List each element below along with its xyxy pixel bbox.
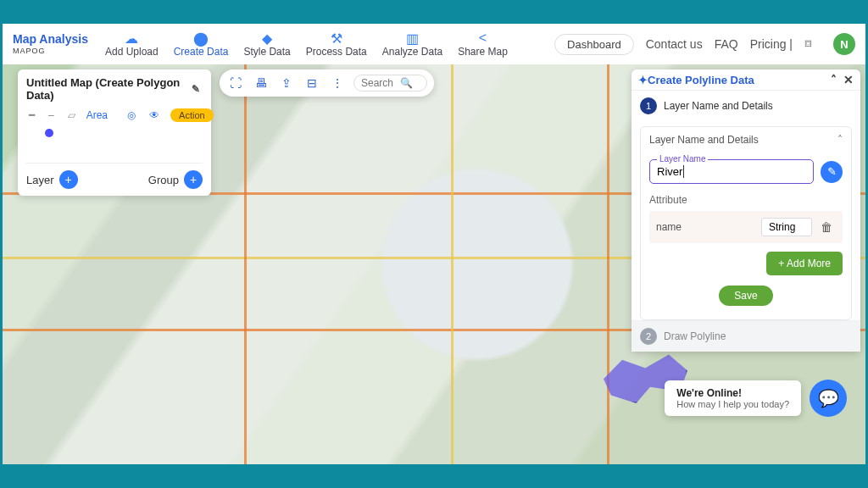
chat-popup[interactable]: We're Online! How may I help you today? (665, 380, 801, 416)
map-title-row: Untitled Map (Create Polygon Data) ✎ (26, 76, 203, 102)
attr-type-select[interactable]: String (761, 218, 812, 236)
user-avatar[interactable]: N (833, 33, 855, 55)
share-icon-tb[interactable]: ⇪ (277, 74, 296, 92)
layer-footer: Layer+ Group+ (26, 163, 203, 189)
layer-row: ━ – ▱ Area ◎ 👁 Action (26, 108, 203, 122)
chart-icon: ▥ (406, 30, 419, 46)
collapse-icon[interactable]: ˄ (831, 73, 837, 86)
chat-line1: We're Online! (676, 387, 789, 399)
chat-widget: We're Online! How may I help you today? … (665, 380, 847, 417)
add-group-button[interactable]: + (184, 170, 203, 189)
search-input[interactable]: Search 🔍 (353, 75, 427, 92)
share-icon: < (479, 30, 487, 46)
attribute-row: name String 🗑 (649, 211, 843, 243)
add-layer-button[interactable]: + (59, 170, 78, 189)
package-icon[interactable]: ⧈ (804, 36, 821, 53)
nav-style-data[interactable]: ◆Style Data (236, 29, 297, 59)
nav-share-map[interactable]: <Share Map (451, 29, 515, 59)
panel-header: ✦ Create Polyline Data ˄ ✕ (632, 69, 860, 90)
nav-add-upload[interactable]: ☁Add Upload (98, 29, 165, 59)
pin-icon: ⬤ (193, 30, 209, 46)
more-icon[interactable]: ⋮ (328, 74, 347, 92)
layer-name-input[interactable]: Layer Name River (649, 159, 814, 184)
layers-panel: Untitled Map (Create Polygon Data) ✎ ━ –… (18, 69, 211, 196)
create-polyline-panel: ✦ Create Polyline Data ˄ ✕ 1 Layer Name … (632, 69, 860, 352)
step-1-label: Layer Name and Details (664, 100, 773, 112)
chat-launcher-button[interactable]: 💬 (810, 380, 847, 417)
polyline-icon: ✦ (638, 74, 648, 86)
attribute-label: Attribute (649, 194, 843, 206)
feature-dot[interactable] (45, 129, 53, 137)
nav-create-data[interactable]: ⬤Create Data (167, 29, 236, 59)
layer-name-label: Layer Name (657, 154, 708, 164)
chevron-up-icon: ˄ (837, 134, 843, 146)
panel-title: Create Polyline Data (648, 74, 754, 86)
save-button[interactable]: Save (719, 286, 772, 306)
search-icon: 🔍 (400, 77, 413, 89)
layer-details-section: Layer Name and Details ˄ Layer Name Rive… (640, 126, 852, 320)
contact-link[interactable]: Contact us (646, 37, 703, 51)
step-2-label: Draw Polyline (664, 330, 726, 342)
map-canvas[interactable]: Untitled Map (Create Polygon Data) ✎ ━ –… (3, 64, 865, 464)
dash-icon[interactable]: – (48, 109, 54, 121)
close-icon[interactable]: ✕ (843, 73, 854, 86)
section-title: Layer Name and Details (649, 134, 759, 146)
step-1-badge: 1 (640, 97, 657, 114)
attr-name[interactable]: name (656, 221, 756, 233)
measure-icon[interactable]: ⊟ (303, 74, 321, 92)
nav-items: ☁Add Upload ⬤Create Data ◆Style Data ⚒Pr… (98, 29, 515, 59)
map-title: Untitled Map (Create Polygon Data) (26, 76, 184, 102)
step-1-row[interactable]: 1 Layer Name and Details (632, 90, 860, 121)
nav-process-data[interactable]: ⚒Process Data (299, 29, 374, 59)
cloud-icon: ☁ (125, 30, 138, 46)
edit-layer-button[interactable]: ✎ (821, 161, 843, 183)
pricing-link[interactable]: Pricing | (750, 37, 793, 51)
print-icon[interactable]: 🖶 (252, 74, 270, 92)
edit-title-icon[interactable]: ✎ (192, 83, 200, 95)
gear-icon: ⚒ (331, 30, 342, 46)
group-label: Group (148, 174, 179, 186)
nav-analyze-data[interactable]: ▥Analyze Data (376, 29, 449, 59)
layer-name-value: River (657, 165, 682, 178)
delete-attr-icon[interactable]: 🗑 (817, 220, 836, 234)
faq-link[interactable]: FAQ (715, 37, 738, 51)
dashboard-button[interactable]: Dashboard (554, 34, 634, 55)
add-more-button[interactable]: + Add More (766, 252, 843, 275)
line-icon[interactable]: ━ (29, 109, 35, 121)
fullscreen-icon[interactable]: ⛶ (226, 74, 245, 92)
layer-area[interactable]: Area (86, 109, 108, 121)
brand-logo: Map Analysis MAPOG (13, 33, 88, 54)
step-2-row[interactable]: 2 Draw Polyline (632, 320, 860, 352)
top-navbar: Map Analysis MAPOG ☁Add Upload ⬤Create D… (3, 24, 865, 64)
brand-subtitle: MAPOG (13, 47, 88, 55)
target-icon[interactable]: ◎ (127, 109, 136, 121)
brand-title: Map Analysis (13, 33, 88, 46)
polygon-icon[interactable]: ▱ (68, 109, 75, 121)
palette-icon: ◆ (262, 30, 272, 46)
search-placeholder: Search (361, 77, 393, 89)
visibility-icon[interactable]: 👁 (149, 109, 159, 121)
chat-line2: How may I help you today? (676, 399, 789, 409)
step-2-badge: 2 (640, 328, 657, 345)
right-actions: Dashboard Contact us FAQ Pricing | ⧈ N (554, 33, 855, 55)
layer-label: Layer (26, 174, 54, 186)
map-toolbar: ⛶ 🖶 ⇪ ⊟ ⋮ Search 🔍 (220, 69, 434, 97)
section-header[interactable]: Layer Name and Details ˄ (641, 127, 851, 152)
action-button[interactable]: Action (170, 108, 214, 122)
